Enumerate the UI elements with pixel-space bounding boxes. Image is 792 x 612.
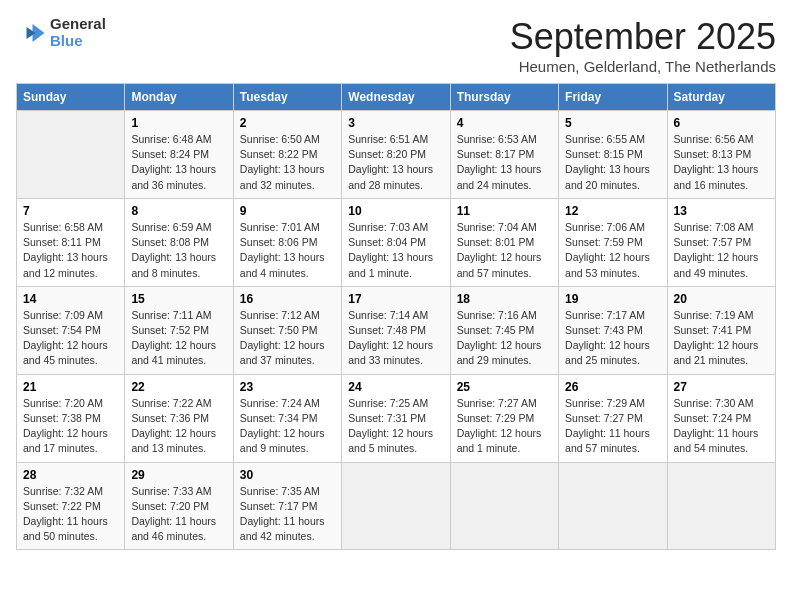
calendar-cell: 7Sunrise: 6:58 AM Sunset: 8:11 PM Daylig… <box>17 198 125 286</box>
cell-info: Sunrise: 6:59 AM Sunset: 8:08 PM Dayligh… <box>131 220 226 281</box>
calendar-cell: 3Sunrise: 6:51 AM Sunset: 8:20 PM Daylig… <box>342 111 450 199</box>
cell-info: Sunrise: 6:51 AM Sunset: 8:20 PM Dayligh… <box>348 132 443 193</box>
day-number: 20 <box>674 292 769 306</box>
calendar-cell: 15Sunrise: 7:11 AM Sunset: 7:52 PM Dayli… <box>125 286 233 374</box>
cell-info: Sunrise: 7:30 AM Sunset: 7:24 PM Dayligh… <box>674 396 769 457</box>
day-number: 22 <box>131 380 226 394</box>
calendar-cell: 13Sunrise: 7:08 AM Sunset: 7:57 PM Dayli… <box>667 198 775 286</box>
calendar-cell: 17Sunrise: 7:14 AM Sunset: 7:48 PM Dayli… <box>342 286 450 374</box>
calendar-cell: 11Sunrise: 7:04 AM Sunset: 8:01 PM Dayli… <box>450 198 558 286</box>
cell-info: Sunrise: 7:01 AM Sunset: 8:06 PM Dayligh… <box>240 220 335 281</box>
logo-line2: Blue <box>50 33 106 50</box>
day-number: 21 <box>23 380 118 394</box>
day-number: 24 <box>348 380 443 394</box>
cell-info: Sunrise: 7:11 AM Sunset: 7:52 PM Dayligh… <box>131 308 226 369</box>
cell-info: Sunrise: 7:25 AM Sunset: 7:31 PM Dayligh… <box>348 396 443 457</box>
logo-text: General Blue <box>50 16 106 49</box>
day-number: 29 <box>131 468 226 482</box>
calendar-cell <box>342 462 450 550</box>
cell-info: Sunrise: 6:58 AM Sunset: 8:11 PM Dayligh… <box>23 220 118 281</box>
logo: General Blue <box>16 16 106 49</box>
calendar-week-5: 28Sunrise: 7:32 AM Sunset: 7:22 PM Dayli… <box>17 462 776 550</box>
location-subtitle: Heumen, Gelderland, The Netherlands <box>510 58 776 75</box>
calendar-cell <box>667 462 775 550</box>
col-header-wednesday: Wednesday <box>342 84 450 111</box>
calendar-cell <box>17 111 125 199</box>
day-number: 5 <box>565 116 660 130</box>
col-header-thursday: Thursday <box>450 84 558 111</box>
calendar-cell: 28Sunrise: 7:32 AM Sunset: 7:22 PM Dayli… <box>17 462 125 550</box>
page-header: General Blue September 2025 Heumen, Geld… <box>16 16 776 75</box>
day-number: 26 <box>565 380 660 394</box>
calendar-table: SundayMondayTuesdayWednesdayThursdayFrid… <box>16 83 776 550</box>
calendar-cell: 29Sunrise: 7:33 AM Sunset: 7:20 PM Dayli… <box>125 462 233 550</box>
day-number: 16 <box>240 292 335 306</box>
calendar-cell: 10Sunrise: 7:03 AM Sunset: 8:04 PM Dayli… <box>342 198 450 286</box>
day-number: 23 <box>240 380 335 394</box>
calendar-week-1: 1Sunrise: 6:48 AM Sunset: 8:24 PM Daylig… <box>17 111 776 199</box>
calendar-cell: 16Sunrise: 7:12 AM Sunset: 7:50 PM Dayli… <box>233 286 341 374</box>
day-number: 19 <box>565 292 660 306</box>
cell-info: Sunrise: 7:22 AM Sunset: 7:36 PM Dayligh… <box>131 396 226 457</box>
calendar-cell: 9Sunrise: 7:01 AM Sunset: 8:06 PM Daylig… <box>233 198 341 286</box>
day-number: 27 <box>674 380 769 394</box>
day-number: 1 <box>131 116 226 130</box>
cell-info: Sunrise: 7:33 AM Sunset: 7:20 PM Dayligh… <box>131 484 226 545</box>
calendar-cell: 23Sunrise: 7:24 AM Sunset: 7:34 PM Dayli… <box>233 374 341 462</box>
logo-line1: General <box>50 16 106 33</box>
cell-info: Sunrise: 7:08 AM Sunset: 7:57 PM Dayligh… <box>674 220 769 281</box>
cell-info: Sunrise: 7:27 AM Sunset: 7:29 PM Dayligh… <box>457 396 552 457</box>
cell-info: Sunrise: 7:06 AM Sunset: 7:59 PM Dayligh… <box>565 220 660 281</box>
cell-info: Sunrise: 6:50 AM Sunset: 8:22 PM Dayligh… <box>240 132 335 193</box>
cell-info: Sunrise: 7:29 AM Sunset: 7:27 PM Dayligh… <box>565 396 660 457</box>
calendar-header-row: SundayMondayTuesdayWednesdayThursdayFrid… <box>17 84 776 111</box>
day-number: 3 <box>348 116 443 130</box>
day-number: 14 <box>23 292 118 306</box>
calendar-cell: 22Sunrise: 7:22 AM Sunset: 7:36 PM Dayli… <box>125 374 233 462</box>
day-number: 28 <box>23 468 118 482</box>
calendar-cell: 14Sunrise: 7:09 AM Sunset: 7:54 PM Dayli… <box>17 286 125 374</box>
calendar-cell: 2Sunrise: 6:50 AM Sunset: 8:22 PM Daylig… <box>233 111 341 199</box>
day-number: 11 <box>457 204 552 218</box>
cell-info: Sunrise: 7:19 AM Sunset: 7:41 PM Dayligh… <box>674 308 769 369</box>
day-number: 13 <box>674 204 769 218</box>
calendar-cell: 30Sunrise: 7:35 AM Sunset: 7:17 PM Dayli… <box>233 462 341 550</box>
calendar-cell <box>450 462 558 550</box>
day-number: 25 <box>457 380 552 394</box>
day-number: 18 <box>457 292 552 306</box>
title-block: September 2025 Heumen, Gelderland, The N… <box>510 16 776 75</box>
calendar-cell: 19Sunrise: 7:17 AM Sunset: 7:43 PM Dayli… <box>559 286 667 374</box>
day-number: 2 <box>240 116 335 130</box>
calendar-week-2: 7Sunrise: 6:58 AM Sunset: 8:11 PM Daylig… <box>17 198 776 286</box>
calendar-cell: 1Sunrise: 6:48 AM Sunset: 8:24 PM Daylig… <box>125 111 233 199</box>
day-number: 12 <box>565 204 660 218</box>
cell-info: Sunrise: 7:35 AM Sunset: 7:17 PM Dayligh… <box>240 484 335 545</box>
cell-info: Sunrise: 7:03 AM Sunset: 8:04 PM Dayligh… <box>348 220 443 281</box>
day-number: 4 <box>457 116 552 130</box>
col-header-tuesday: Tuesday <box>233 84 341 111</box>
calendar-cell: 25Sunrise: 7:27 AM Sunset: 7:29 PM Dayli… <box>450 374 558 462</box>
calendar-cell: 24Sunrise: 7:25 AM Sunset: 7:31 PM Dayli… <box>342 374 450 462</box>
calendar-week-4: 21Sunrise: 7:20 AM Sunset: 7:38 PM Dayli… <box>17 374 776 462</box>
calendar-cell: 18Sunrise: 7:16 AM Sunset: 7:45 PM Dayli… <box>450 286 558 374</box>
cell-info: Sunrise: 7:20 AM Sunset: 7:38 PM Dayligh… <box>23 396 118 457</box>
cell-info: Sunrise: 7:14 AM Sunset: 7:48 PM Dayligh… <box>348 308 443 369</box>
cell-info: Sunrise: 7:24 AM Sunset: 7:34 PM Dayligh… <box>240 396 335 457</box>
calendar-cell: 8Sunrise: 6:59 AM Sunset: 8:08 PM Daylig… <box>125 198 233 286</box>
col-header-saturday: Saturday <box>667 84 775 111</box>
cell-info: Sunrise: 6:56 AM Sunset: 8:13 PM Dayligh… <box>674 132 769 193</box>
logo-icon <box>16 18 46 48</box>
cell-info: Sunrise: 6:48 AM Sunset: 8:24 PM Dayligh… <box>131 132 226 193</box>
calendar-cell: 12Sunrise: 7:06 AM Sunset: 7:59 PM Dayli… <box>559 198 667 286</box>
day-number: 30 <box>240 468 335 482</box>
cell-info: Sunrise: 7:32 AM Sunset: 7:22 PM Dayligh… <box>23 484 118 545</box>
calendar-cell: 4Sunrise: 6:53 AM Sunset: 8:17 PM Daylig… <box>450 111 558 199</box>
cell-info: Sunrise: 6:53 AM Sunset: 8:17 PM Dayligh… <box>457 132 552 193</box>
day-number: 15 <box>131 292 226 306</box>
calendar-week-3: 14Sunrise: 7:09 AM Sunset: 7:54 PM Dayli… <box>17 286 776 374</box>
cell-info: Sunrise: 7:17 AM Sunset: 7:43 PM Dayligh… <box>565 308 660 369</box>
col-header-monday: Monday <box>125 84 233 111</box>
calendar-cell: 21Sunrise: 7:20 AM Sunset: 7:38 PM Dayli… <box>17 374 125 462</box>
cell-info: Sunrise: 7:12 AM Sunset: 7:50 PM Dayligh… <box>240 308 335 369</box>
calendar-cell: 6Sunrise: 6:56 AM Sunset: 8:13 PM Daylig… <box>667 111 775 199</box>
